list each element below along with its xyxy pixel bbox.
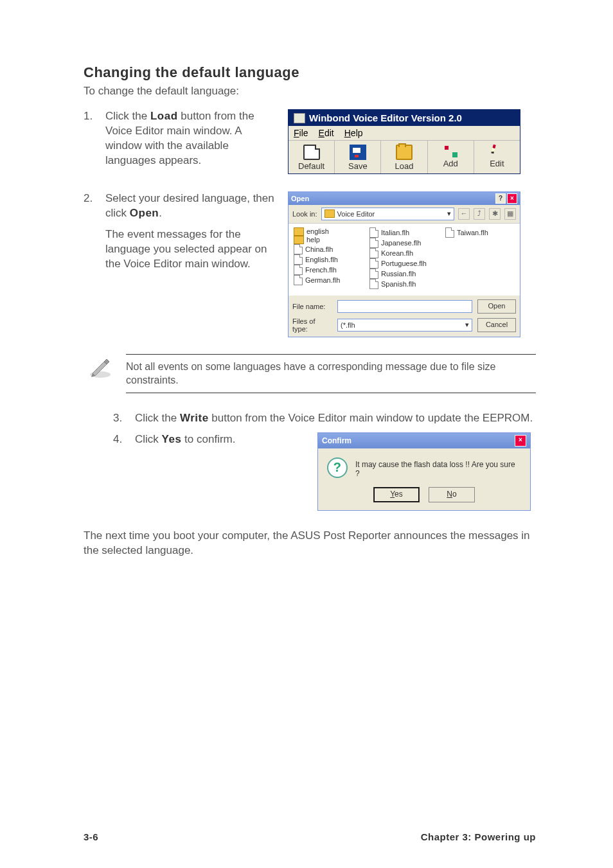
tool-load[interactable]: Load [381,141,427,173]
menu-edit-rest: dit [324,128,334,138]
yes-button[interactable]: Yes [373,487,420,502]
list-item[interactable]: english [294,227,363,236]
menu-help[interactable]: Help [344,128,363,138]
list-item[interactable]: China.flh [294,244,363,254]
list-item[interactable]: German.flh [294,275,363,285]
list-item[interactable]: Russian.flh [369,269,439,279]
lookin-label: Look in: [292,210,317,218]
filesoftype-value: (*.flh [341,321,355,329]
menu-edit[interactable]: Edit [319,128,334,138]
file-label: China.flh [305,245,333,253]
step-1-fragment-a: Click the [105,110,150,122]
up-folder-icon[interactable]: ⤴ [474,208,485,220]
back-icon[interactable]: ← [458,208,470,220]
folder-icon [294,236,304,244]
tool-edit-label: Edit [490,159,504,168]
step-3-number: 3. [113,411,125,426]
list-item[interactable]: Spanish.flh [369,279,439,289]
tool-default[interactable]: Default [289,141,335,173]
step-1-text: Click the Load button from the Voice Edi… [105,109,276,168]
file-icon [294,254,303,265]
list-item[interactable]: Japanese.flh [369,238,439,248]
file-icon [369,248,378,258]
file-label: English.flh [305,256,338,263]
step-4-number: 4. [113,432,125,504]
chapter-label: Chapter 3: Powering up [421,831,536,842]
file-icon [369,227,378,238]
lookin-dropdown[interactable]: Voice Editor ▾ [321,208,454,220]
folder-open-icon [396,145,413,160]
file-icon [294,265,303,275]
step-2-open-word: Open [130,207,159,219]
file-label: Russian.flh [381,270,416,278]
tool-save-label: Save [348,161,368,171]
floppy-icon [350,145,366,160]
menu-file-rest: ile [299,128,308,138]
winbond-title-text: Winbond Voice Editor Version 2.0 [309,112,462,123]
folder-icon [324,209,335,218]
filename-input[interactable] [337,300,472,313]
filesoftype-dropdown[interactable]: (*.flh ▾ [337,319,472,332]
tool-load-label: Load [395,161,414,171]
file-label: Japanese.flh [381,239,421,247]
file-label: Korean.flh [381,249,413,257]
new-folder-icon[interactable]: ✱ [489,208,501,220]
file-icon [294,244,303,254]
step-2-number: 2. [84,191,95,337]
step-4-yes-word: Yes [162,433,182,445]
open-dialog-title-text: Open [291,195,309,202]
file-label: english [306,227,329,235]
page-number: 3-6 [84,831,98,842]
file-icon [369,258,378,269]
list-item[interactable]: French.flh [294,265,363,275]
views-icon[interactable]: ▦ [504,208,516,220]
note-box: Not all events on some languages have a … [84,354,536,393]
winbond-window: Winbond Voice Editor Version 2.0 File Ed… [288,109,520,174]
close-icon[interactable]: × [515,435,526,447]
list-item[interactable]: Korean.flh [369,248,439,258]
open-dialog-filelist[interactable]: english help China.flh English.flh Frenc… [289,224,520,296]
confirm-message: It may cause the flash data loss !! Are … [355,457,521,478]
list-item[interactable]: Taiwan.flh [445,227,515,238]
list-item[interactable]: help [294,236,363,244]
step-3-fragment-c: button from the Voice Editor main window… [209,412,533,424]
page-footer: 3-6 Chapter 3: Powering up [84,831,536,842]
winbond-toolbar: Default Save Load Add Edit [289,141,520,173]
winbond-menubar: File Edit Help [289,126,520,141]
list-item[interactable]: Italian.flh [369,227,439,238]
list-item[interactable]: Portuguese.flh [369,258,439,269]
cancel-button[interactable]: Cancel [477,318,516,332]
help-button-icon[interactable]: ? [495,193,506,204]
tool-add[interactable]: Add [428,141,474,173]
file-label: French.flh [305,266,337,274]
file-label: German.flh [305,276,340,284]
step-4: 4. Click Yes to confirm. [113,432,306,504]
open-button[interactable]: Open [477,299,516,314]
pencil-note-icon [87,354,113,380]
close-icon[interactable]: × [507,193,517,204]
folder-icon [294,227,304,236]
filename-label: File name: [292,303,332,310]
app-icon [294,113,305,123]
chevron-down-icon: ▾ [465,321,469,329]
open-dialog-bottom: File name: Open Files of type: (*.flh ▾ … [289,296,520,337]
menu-file[interactable]: File [294,128,308,138]
filesoftype-label: Files of type: [292,317,332,333]
section-heading: Changing the default language [84,64,536,81]
confirm-dialog: Confirm × ? It may cause the flash data … [317,432,531,511]
confirm-title-text: Confirm [322,436,351,445]
tool-edit[interactable]: Edit [474,141,520,173]
open-dialog: Open ? × Look in: Voice Editor ▾ ← ⤴ [288,191,520,337]
file-label: Portuguese.flh [381,260,427,267]
step-1-number: 1. [84,109,95,175]
step-4-fragment-c: to confirm. [181,433,235,445]
step-3-write-word: Write [180,412,209,424]
file-label: Italian.flh [381,229,409,236]
note-text: Not all events on some languages have a … [126,354,536,393]
list-item[interactable]: English.flh [294,254,363,265]
pencil-icon [490,145,504,157]
tool-save[interactable]: Save [335,141,381,173]
file-icon [369,279,378,289]
open-dialog-titlebar: Open ? × [289,192,520,205]
no-button[interactable]: No [429,487,475,502]
